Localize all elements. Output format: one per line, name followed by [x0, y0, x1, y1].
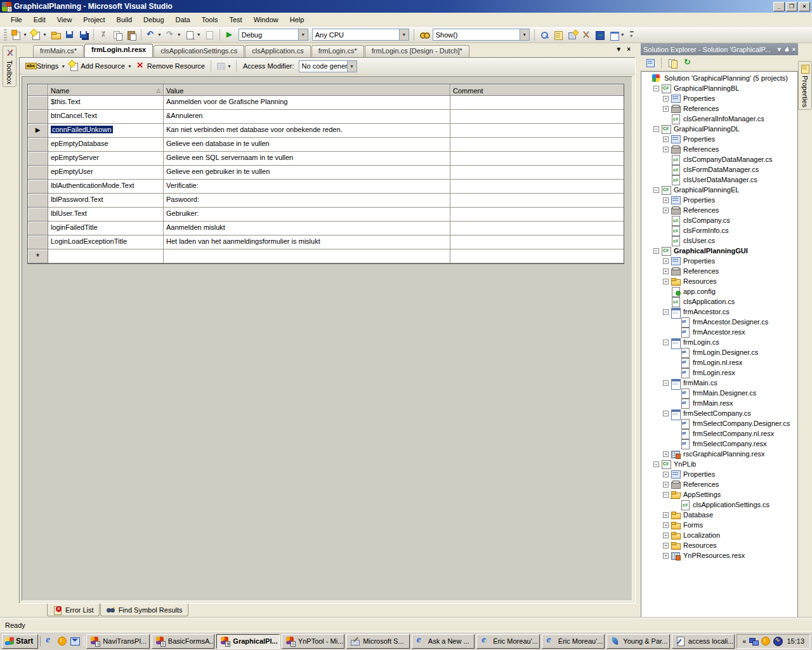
- menu-file[interactable]: File: [5, 14, 28, 25]
- table-row[interactable]: epEmptyUserGelieve een gebruiker in te v…: [28, 166, 624, 180]
- table-row[interactable]: btnCancel.Text&Annuleren: [28, 110, 624, 124]
- tree-item-graphicalplanningbl[interactable]: −GraphicalPlanningBL: [641, 83, 797, 93]
- tray-chevron-icon[interactable]: «: [742, 637, 746, 645]
- tab-frmlogin-cs[interactable]: frmLogin.cs*: [311, 45, 364, 57]
- tree-item-frmancestor-resx[interactable]: frmAncestor.resx: [641, 327, 797, 337]
- collapse-minus-icon[interactable]: −: [653, 86, 659, 91]
- expand-plus-icon[interactable]: +: [663, 208, 669, 213]
- tab-frmlogin-nl-resx[interactable]: frmLogin.nl.resx: [84, 44, 153, 57]
- add-resource-button[interactable]: Add Resource ▼: [67, 60, 134, 72]
- start-debug-button[interactable]: [223, 29, 237, 41]
- close-button[interactable]: ×: [799, 2, 810, 11]
- tree-item-resources[interactable]: +Resources: [641, 540, 797, 550]
- expand-plus-icon[interactable]: +: [663, 543, 669, 548]
- tree-item-clsformdatamanager-cs[interactable]: clsFormDataManager.cs: [641, 164, 797, 175]
- cell-value[interactable]: Gelieve een gebruiker in te vullen: [164, 166, 450, 180]
- expand-plus-icon[interactable]: +: [663, 258, 669, 264]
- minimize-button[interactable]: _: [773, 2, 785, 11]
- column-header-value[interactable]: Value: [164, 84, 450, 96]
- tree-item-properties[interactable]: +Properties: [641, 256, 797, 266]
- se-properties-button[interactable]: [643, 56, 657, 69]
- tree-item-solution-graphicalplanning-5-projects[interactable]: Solution 'GraphicalPlanning' (5 projects…: [641, 73, 797, 83]
- properties-window-button[interactable]: [551, 29, 565, 41]
- tree-item-resources[interactable]: +Resources: [641, 276, 797, 286]
- tree-item-forms[interactable]: +Forms: [641, 520, 797, 530]
- tree-item-clsuser-cs[interactable]: clsUser.cs: [641, 235, 797, 246]
- se-showall-button[interactable]: [665, 56, 679, 69]
- cell-comment[interactable]: [450, 96, 624, 110]
- find-in-files-button[interactable]: [537, 29, 551, 41]
- object-browser-button[interactable]: [565, 29, 579, 41]
- tree-item-properties[interactable]: +Properties: [641, 469, 797, 479]
- tree-item-clsapplicationsettings-cs[interactable]: clsApplicationSettings.cs: [641, 500, 797, 510]
- table-row[interactable]: $this.TextAanmelden voor de Grafische Pl…: [28, 96, 624, 110]
- bottom-tab-find-symbol-results[interactable]: Find Symbol Results: [100, 604, 188, 616]
- cell-name[interactable]: epEmptyServer: [48, 152, 164, 166]
- table-row[interactable]: LoginLoadExceptionTitleHet laden van het…: [28, 235, 624, 249]
- tree-item-clsforminfo-cs[interactable]: clsFormInfo.cs: [641, 225, 797, 235]
- row-header[interactable]: [28, 180, 48, 194]
- quicklaunch-clock-orange-icon[interactable]: [57, 636, 67, 646]
- table-row[interactable]: lblPassword.TextPaswoord:: [28, 194, 624, 208]
- collapse-minus-icon[interactable]: −: [663, 492, 669, 498]
- cell-comment[interactable]: [450, 138, 624, 152]
- menu-edit[interactable]: Edit: [28, 14, 51, 25]
- clock-orange-icon[interactable]: [761, 636, 771, 646]
- tree-item-frmselectcompany-cs[interactable]: −frmSelectCompany.cs: [641, 408, 797, 418]
- cell-name[interactable]: lblAuthenticationMode.Text: [48, 180, 164, 194]
- tree-item-appsettings[interactable]: −AppSettings: [641, 489, 797, 500]
- column-header-name[interactable]: Name△: [48, 84, 164, 96]
- column-header-comment[interactable]: Comment: [450, 84, 624, 96]
- tree-item-frmlogin-cs[interactable]: −frmLogin.cs: [641, 337, 797, 347]
- solution-explorer-close-icon[interactable]: ×: [792, 46, 796, 53]
- table-row[interactable]: lblUser.TextGebruiker:: [28, 208, 624, 222]
- tree-item-frmmain-resx[interactable]: frmMain.resx: [641, 398, 797, 408]
- cell-name[interactable]: lblUser.Text: [48, 208, 164, 222]
- tree-item-properties[interactable]: +Properties: [641, 195, 797, 205]
- table-row[interactable]: epEmptyServerGelieve een SQL servernaam …: [28, 152, 624, 166]
- taskbar-button-young-par[interactable]: Young & Par...: [606, 634, 670, 649]
- cell-value[interactable]: Verificatie:: [164, 180, 450, 194]
- access-modifier-combo[interactable]: No code gener. ▼: [299, 60, 357, 72]
- tree-item-localization[interactable]: +Localization: [641, 530, 797, 540]
- tab-scroll-dropdown-icon[interactable]: ▼: [615, 46, 622, 53]
- expand-plus-icon[interactable]: +: [663, 451, 669, 457]
- collapse-minus-icon[interactable]: −: [653, 248, 659, 254]
- row-header[interactable]: [28, 166, 48, 180]
- tree-item-clsapplication-cs[interactable]: clsApplication.cs: [641, 296, 797, 307]
- new-project-button[interactable]: ▼: [10, 29, 29, 41]
- toolbar-overflow-button[interactable]: [627, 29, 637, 41]
- tree-item-clscompanydatamanager-cs[interactable]: clsCompanyDataManager.cs: [641, 154, 797, 164]
- cell-comment[interactable]: [450, 124, 624, 138]
- expand-plus-icon[interactable]: +: [663, 106, 669, 112]
- tree-item-frmmain-cs[interactable]: −frmMain.cs: [641, 378, 797, 388]
- row-header[interactable]: [28, 110, 48, 124]
- cell-comment[interactable]: [450, 222, 624, 235]
- expand-plus-icon[interactable]: +: [663, 279, 669, 284]
- tab-clsapplication-cs[interactable]: clsApplication.cs: [245, 45, 310, 57]
- tray-network-icon[interactable]: [749, 636, 759, 646]
- row-header[interactable]: [28, 208, 48, 222]
- cell-comment[interactable]: [450, 249, 624, 263]
- cell-comment[interactable]: [450, 208, 624, 222]
- quicklaunch-mail-blue-icon[interactable]: [70, 636, 80, 646]
- bottom-tab-error-list[interactable]: Error List: [47, 604, 100, 616]
- start-button[interactable]: Start: [2, 634, 38, 649]
- start-page-button[interactable]: [593, 29, 607, 41]
- tree-item-ynpresources-resx[interactable]: +YnPResources.resx: [641, 550, 797, 560]
- cell-name[interactable]: lblPassword.Text: [48, 194, 164, 208]
- taskbar-button-microsoft-s[interactable]: Microsoft S...: [346, 634, 410, 649]
- properties-autohide-tab[interactable]: Properties: [798, 61, 812, 110]
- cell-name[interactable]: connFailedUnkown: [48, 124, 164, 138]
- tree-item-frmmain-designer-cs[interactable]: frmMain.Designer.cs: [641, 388, 797, 398]
- taskbar-button-ynptool-mi[interactable]: YnPTool - Mi...: [282, 634, 345, 649]
- menu-project[interactable]: Project: [77, 14, 110, 25]
- tree-item-frmlogin-designer-cs[interactable]: frmLogin.Designer.cs: [641, 347, 797, 357]
- expand-plus-icon[interactable]: +: [663, 533, 669, 538]
- taskbar-button-graphicalpl[interactable]: GraphicalPl...: [216, 634, 280, 649]
- new-row-header[interactable]: *: [28, 249, 48, 263]
- tree-item-rscgraphicalplanning-resx[interactable]: +rscGraphicalPlanning.resx: [641, 449, 797, 459]
- taskbar-button-navitranspl[interactable]: NaviTransPl...: [86, 634, 150, 649]
- toolbox-tools-button[interactable]: [579, 29, 593, 41]
- row-header[interactable]: [28, 235, 48, 249]
